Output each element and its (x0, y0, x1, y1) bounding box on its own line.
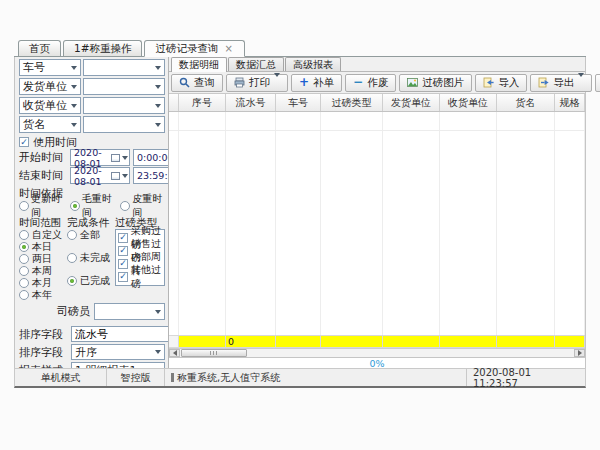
column-header-goods[interactable]: 货名 (497, 94, 555, 111)
radio-icon (19, 242, 29, 252)
scroll-right-button[interactable] (574, 349, 585, 357)
settings-button[interactable]: 设置 (595, 74, 600, 92)
scrollbar-thumb[interactable] (181, 349, 247, 357)
radio-today[interactable]: 本日 (19, 241, 65, 252)
export-button[interactable]: 导出 (530, 74, 592, 92)
field-select-receiver-label: 收货单位 (23, 98, 67, 113)
value-select-goods[interactable] (83, 116, 165, 133)
tab-advanced-report[interactable]: 高级报表 (285, 57, 341, 71)
chevron-down-icon (151, 363, 164, 368)
field-select-sender[interactable]: 发货单位 (19, 78, 81, 95)
tab-data-detail[interactable]: 数据明细 (171, 57, 227, 72)
grid-body[interactable] (169, 112, 585, 335)
chevron-down-icon (151, 98, 164, 113)
tab-record-query[interactable]: 过磅记录查询 × (144, 40, 244, 57)
check-other[interactable]: 其他过磅 (118, 271, 163, 282)
start-time-spinner[interactable]: 0:00:00 (133, 149, 169, 166)
radio-icon (70, 201, 80, 211)
status-app-name: 称重系统,无人值守系统 (165, 369, 467, 386)
totals-cell (276, 335, 321, 348)
end-time-row: 结束时间 2020-08-01 23:59:59 (19, 167, 165, 184)
radio-unfinished[interactable]: 未完成 (67, 252, 113, 263)
calendar-icon (111, 172, 120, 180)
records-grid: 序号 流水号 车号 过磅类型 发货单位 收货单位 货名 规格 (169, 94, 585, 368)
grip-icon (210, 351, 218, 355)
radio-icon (19, 201, 29, 211)
sort-field-input[interactable] (71, 326, 169, 342)
radio-this-week[interactable]: 本周 (19, 265, 65, 276)
tab-weigh-operation[interactable]: 1#称重操作 (63, 40, 142, 56)
chevron-down-icon (151, 60, 164, 75)
checkbox-icon (118, 272, 128, 282)
column-header-vehicle[interactable]: 车号 (276, 94, 321, 111)
query-button[interactable]: 查询 (171, 74, 223, 92)
column-header-weigh-type[interactable]: 过磅类型 (321, 94, 383, 111)
sort-field-label: 排序字段 (19, 327, 71, 342)
tab-data-summary[interactable]: 数据汇总 (228, 57, 284, 71)
end-date-value: 2020-08-01 (74, 165, 111, 187)
horizontal-scrollbar[interactable] (169, 348, 585, 357)
grid-column-lines (383, 112, 440, 335)
end-date-picker[interactable]: 2020-08-01 (70, 167, 130, 184)
radio-icon (19, 278, 29, 288)
status-bar: 单机模式 智控版 称重系统,无人值守系统 2020-08-01 11:23:57 (14, 368, 586, 388)
void-button[interactable]: − 作废 (345, 74, 396, 92)
tab-data-detail-label: 数据明细 (179, 58, 219, 72)
totals-cell (179, 335, 226, 348)
start-time-label: 开始时间 (19, 150, 67, 165)
column-header-receiver[interactable]: 收货单位 (440, 94, 497, 111)
arrow-right-icon (578, 350, 582, 356)
chevron-down-icon (578, 77, 584, 89)
import-button[interactable]: 导入 (475, 74, 527, 92)
arrow-left-icon (173, 350, 177, 356)
report-style-select[interactable]: 1.明细报表1 (71, 362, 165, 368)
print-button[interactable]: 打印 (226, 74, 288, 92)
radio-icon (19, 254, 29, 264)
report-style-row: 报表样式 1.明细报表1 (19, 362, 165, 368)
value-select-sender[interactable] (83, 78, 165, 95)
column-header-sender[interactable]: 发货单位 (383, 94, 440, 111)
row-selector-header (169, 94, 179, 111)
column-header-serial-no[interactable]: 序号 (179, 94, 226, 111)
column-header-flow-no[interactable]: 流水号 (226, 94, 276, 111)
radio-finished[interactable]: 已完成 (67, 275, 113, 286)
use-time-checkbox[interactable] (19, 137, 29, 147)
start-date-picker[interactable]: 2020-08-01 (70, 149, 130, 166)
supplement-button[interactable]: + 补单 (291, 74, 342, 92)
scroll-left-button[interactable] (169, 349, 180, 357)
field-select-receiver[interactable]: 收货单位 (19, 97, 81, 114)
tab-weigh-operation-label: 1#称重操作 (74, 42, 131, 56)
printer-icon (234, 77, 245, 88)
radio-two-days[interactable]: 两日 (19, 253, 65, 264)
time-range-title: 时间范围 (19, 216, 65, 228)
totals-cell (321, 335, 383, 348)
main-tab-bar: 首页 1#称重操作 过磅记录查询 × (14, 40, 586, 57)
query-button-label: 查询 (194, 76, 215, 90)
chevron-down-icon (151, 345, 164, 359)
radio-custom[interactable]: 自定义 (19, 229, 65, 240)
radio-all[interactable]: 全部 (67, 229, 113, 240)
radio-icon (67, 276, 77, 286)
sort-order-select[interactable]: 升序 (71, 344, 165, 360)
weigh-photo-button[interactable]: 过磅图片 (399, 74, 472, 92)
checkbox-icon (118, 259, 128, 269)
radio-this-year[interactable]: 本年 (19, 289, 65, 300)
checkbox-icon (118, 233, 128, 243)
radio-this-month[interactable]: 本月 (19, 277, 65, 288)
field-select-vehicle[interactable]: 车号 (19, 59, 81, 76)
radio-finished-label: 已完成 (80, 274, 110, 288)
tab-home[interactable]: 首页 (18, 40, 61, 56)
start-time-row: 开始时间 2020-08-01 0:00:00 (19, 149, 165, 166)
close-icon[interactable]: × (223, 44, 233, 54)
chevron-down-icon (274, 77, 280, 89)
column-header-spec[interactable]: 规格 (555, 94, 585, 111)
totals-cell (555, 335, 585, 348)
progress-percent: 0% (369, 358, 384, 369)
field-select-goods[interactable]: 货名 (19, 116, 81, 133)
range-condition-type-section: 时间范围 自定义 本日 两日 本周 本月 本年 完成条件 全部 未完成 已完成 … (19, 214, 165, 301)
grid-column-lines (276, 112, 321, 335)
weigher-select[interactable] (94, 303, 165, 320)
value-select-receiver[interactable] (83, 97, 165, 114)
value-select-vehicle[interactable] (83, 59, 165, 76)
end-time-spinner[interactable]: 23:59:59 (133, 167, 169, 184)
